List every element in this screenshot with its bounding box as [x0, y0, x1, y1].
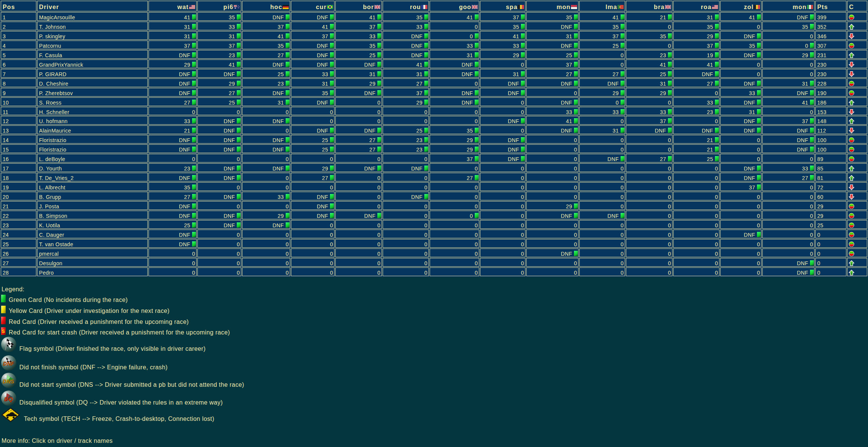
svg-text:DNF: DNF: [3, 361, 14, 367]
svg-text:DQ: DQ: [4, 396, 13, 402]
svg-text:DNS: DNS: [3, 378, 14, 384]
